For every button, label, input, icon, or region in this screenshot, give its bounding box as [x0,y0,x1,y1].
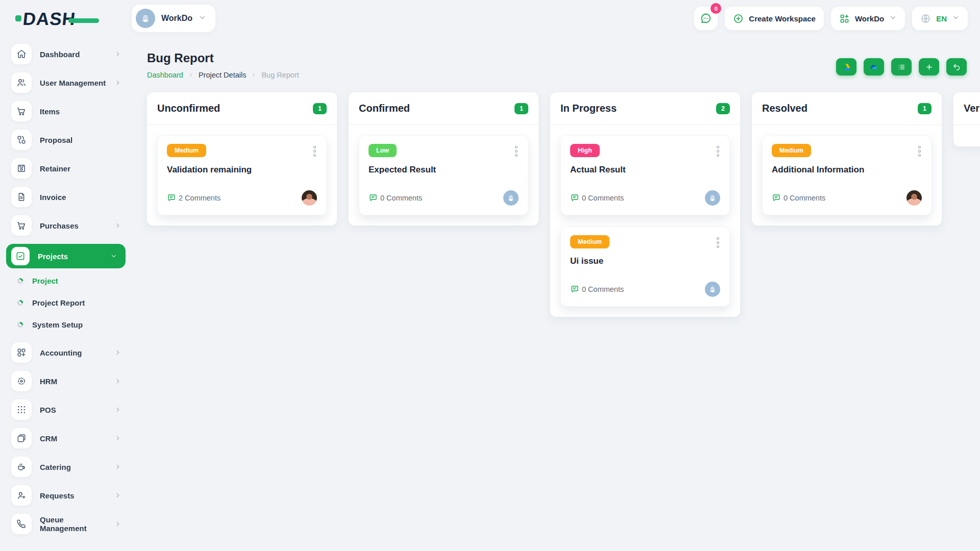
sidebar-subitem-project-report[interactable]: Project Report [0,298,132,307]
card-title: Expected Result [369,165,519,175]
comments-indicator: 0 Comments [772,193,825,203]
chevron-down-icon [952,14,960,23]
card-footer: 0 Comments [570,190,720,206]
priority-badge: Medium [772,144,811,157]
comments-indicator: 0 Comments [369,193,422,203]
workspace-switcher[interactable]: WorkDo [132,5,215,32]
column-title: Verified [964,103,980,114]
sidebar-item-pos[interactable]: POS [0,399,132,420]
chevron-right-icon [114,51,121,58]
globe-icon [920,13,931,24]
breadcrumb-dashboard[interactable]: Dashboard [147,71,183,79]
topbar: DASH WorkDo 0 Create Workspace WorkDo EN [0,0,980,37]
sidebar-subitem-system-setup[interactable]: System Setup [0,320,132,329]
column-header: Confirmed 1 [349,92,538,125]
chevron-right-icon [188,72,194,78]
workspace-name: WorkDo [161,14,192,23]
chevron-right-icon [114,378,121,385]
language-label: EN [936,14,947,23]
task-card-additional-information[interactable]: Medium Additional Information 0 Comments [762,135,932,215]
card-top-row: Medium [772,144,922,159]
card-menu-kebab-icon[interactable] [312,144,317,159]
task-card-expected-result[interactable]: Low Expected Result 0 Comments [359,135,528,215]
sidebar-item-accounting[interactable]: Accounting [0,342,132,363]
apps-menu-label: WorkDo [855,14,884,23]
sidebar-item-queue-management[interactable]: Queue Management [0,514,132,534]
sidebar-subitem-project[interactable]: Project [0,277,132,285]
card-top-row: High [570,144,720,159]
column-header: Resolved 1 [752,92,942,125]
comments-count: 0 Comments [582,194,624,202]
header-toolbar [836,58,967,76]
card-menu-kebab-icon[interactable] [514,144,519,159]
sidebar-subitem-label: Project [32,277,58,285]
chevron-right-icon [114,349,121,356]
sidebar-item-label: Proposal [40,136,72,144]
task-card-actual-result[interactable]: High Actual Result 0 Comments [560,135,730,215]
bullet-icon [17,322,23,328]
column-header: Verified [953,92,980,125]
chevron-right-icon [114,492,121,499]
retainer-icon [11,158,32,179]
task-card-validation-remaining[interactable]: Medium Validation remaining 2 Comments [157,135,327,215]
chevron-right-icon [114,520,121,528]
sidebar-item-user-management[interactable]: User Management [0,72,132,93]
page-title: Bug Report [147,51,299,65]
priority-badge: Medium [167,144,206,157]
card-menu-kebab-icon[interactable] [716,235,720,250]
check-square-icon [11,247,30,265]
column-body: Medium Additional Information 0 Comments [752,125,942,226]
column-body [953,125,980,146]
sidebar-item-label: Requests [40,491,75,500]
toolbar-onedrive-button[interactable] [864,58,884,76]
chevron-right-icon [114,79,121,86]
sidebar: DashboardUser ManagementItemsProposalRet… [0,44,132,542]
breadcrumb-project-details[interactable]: Project Details [199,71,246,79]
chevron-down-icon [889,14,897,23]
sidebar-item-invoice[interactable]: Invoice [0,187,132,207]
create-workspace-label: Create Workspace [749,14,816,23]
card-top-row: Medium [167,144,317,159]
toolbar-list-view-button[interactable] [891,58,912,76]
column-header: Unconfirmed 1 [147,92,337,125]
card-title: Ui issue [570,256,720,266]
kanban-column-verified: Verified [953,92,980,146]
column-body: Medium Validation remaining 2 Comments [147,125,337,226]
create-workspace-button[interactable]: Create Workspace [725,7,824,30]
sidebar-item-proposal[interactable]: Proposal [0,130,132,150]
comments-indicator: 0 Comments [570,285,624,294]
sidebar-item-retainer[interactable]: Retainer [0,158,132,179]
toolbar-google-drive-button[interactable] [836,58,856,76]
column-title: In Progress [560,103,617,114]
sidebar-item-hrm[interactable]: HRM [0,371,132,391]
target-icon [11,371,32,391]
chevron-right-icon [114,435,121,442]
sidebar-item-dashboard[interactable]: Dashboard [0,44,132,64]
column-count-badge: 1 [313,103,327,114]
card-menu-kebab-icon[interactable] [716,144,720,159]
task-card-ui-issue[interactable]: Medium Ui issue 0 Comments [560,227,730,307]
sidebar-subitem-label: Project Report [32,298,85,307]
sidebar-item-label: User Management [40,79,106,87]
toolbar-back-button[interactable] [946,58,967,76]
sidebar-item-purchases[interactable]: Purchases [0,215,132,236]
card-menu-kebab-icon[interactable] [917,144,922,159]
breadcrumb-bug-report: Bug Report [261,71,299,79]
sidebar-item-items[interactable]: Items [0,101,132,121]
plus-icon [925,63,934,71]
logo-text: DASH [22,10,77,28]
comment-icon [570,285,579,294]
toolbar-add-button[interactable] [919,58,939,76]
column-body: High Actual Result 0 Comments Medium Ui … [550,125,740,317]
apps-menu-button[interactable]: WorkDo [831,7,905,30]
messages-button[interactable]: 0 [694,7,718,30]
language-menu-button[interactable]: EN [912,7,968,30]
sidebar-item-crm[interactable]: CRM [0,428,132,448]
coffee-icon [11,457,32,477]
sidebar-item-catering[interactable]: Catering [0,457,132,477]
sidebar-item-label: Invoice [40,193,66,202]
sidebar-item-projects[interactable]: Projects [6,244,126,268]
assignee-avatar [906,190,922,206]
sidebar-item-requests[interactable]: Requests [0,485,132,506]
user-plus-icon [11,485,32,506]
